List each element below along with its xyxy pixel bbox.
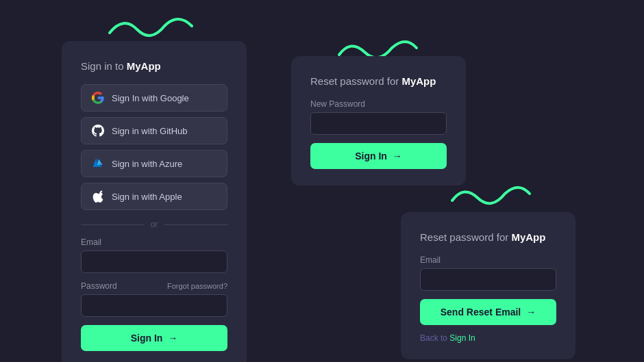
reset-top-app: MyApp [401, 75, 436, 87]
password-label-row: Password Forgot password? [81, 281, 227, 291]
google-icon [91, 91, 105, 105]
reset-bottom-title: Reset password for MyApp [420, 231, 556, 243]
wavy-bottom-right [449, 181, 531, 210]
reset-signin-button[interactable]: Sign In → [310, 143, 447, 169]
new-password-group: New Password [310, 99, 447, 135]
reset-password-top-card: Reset password for MyApp New Password Si… [291, 56, 466, 185]
back-to-signin-row: Back to Sign In [420, 333, 556, 343]
divider-or: or [81, 220, 227, 229]
email-input[interactable] [81, 250, 227, 273]
apple-icon [91, 190, 105, 203]
email-label: Email [81, 237, 227, 247]
password-label: Password [81, 281, 117, 291]
reset-email-input[interactable] [420, 268, 556, 291]
send-reset-arrow: → [526, 307, 536, 318]
divider-label: or [151, 220, 158, 229]
github-btn-label: Sign in with GitHub [112, 126, 188, 136]
reset-bottom-prefix: Reset password for [420, 231, 511, 243]
password-input[interactable] [81, 294, 227, 317]
password-group: Password Forgot password? [81, 281, 227, 317]
wavy-top-left [106, 12, 195, 43]
page-background: Sign in to MyApp Sign In with Google Sig… [0, 0, 644, 362]
email-group: Email [81, 237, 227, 273]
reset-email-group: Email [420, 255, 556, 291]
signin-btn-label: Sign In [131, 333, 163, 344]
github-signin-button[interactable]: Sign in with GitHub [81, 117, 227, 144]
signin-card: Sign in to MyApp Sign In with Google Sig… [62, 41, 247, 362]
title-prefix: Sign in to [81, 60, 127, 72]
azure-btn-label: Sign in with Azure [112, 159, 182, 169]
apple-btn-label: Sign in with Apple [112, 192, 182, 202]
apple-signin-button[interactable]: Sign in with Apple [81, 183, 227, 210]
new-password-label: New Password [310, 99, 447, 109]
title-app: MyApp [127, 60, 161, 72]
google-btn-label: Sign In with Google [112, 93, 189, 103]
reset-signin-arrow: → [393, 151, 402, 161]
reset-bottom-app: MyApp [511, 231, 545, 243]
new-password-input[interactable] [310, 112, 447, 135]
signin-button[interactable]: Sign In → [81, 325, 227, 351]
azure-icon [91, 157, 105, 170]
forgot-password-link[interactable]: Forgot password? [167, 282, 227, 290]
back-prefix-text: Back to [420, 333, 449, 343]
send-reset-email-button[interactable]: Send Reset Email → [420, 299, 556, 325]
signin-arrow: → [168, 333, 177, 344]
send-reset-label: Send Reset Email [441, 307, 521, 318]
azure-signin-button[interactable]: Sign in with Azure [81, 150, 227, 177]
reset-signin-label: Sign In [355, 151, 387, 161]
google-signin-button[interactable]: Sign In with Google [81, 84, 227, 112]
signin-title: Sign in to MyApp [81, 60, 227, 72]
reset-top-title: Reset password for MyApp [310, 75, 447, 87]
back-to-signin-link[interactable]: Sign In [449, 333, 475, 343]
github-icon [91, 124, 105, 138]
reset-email-label: Email [420, 255, 556, 265]
reset-password-bottom-card: Reset password for MyApp Email Send Rese… [401, 212, 575, 359]
reset-top-prefix: Reset password for [310, 75, 401, 87]
